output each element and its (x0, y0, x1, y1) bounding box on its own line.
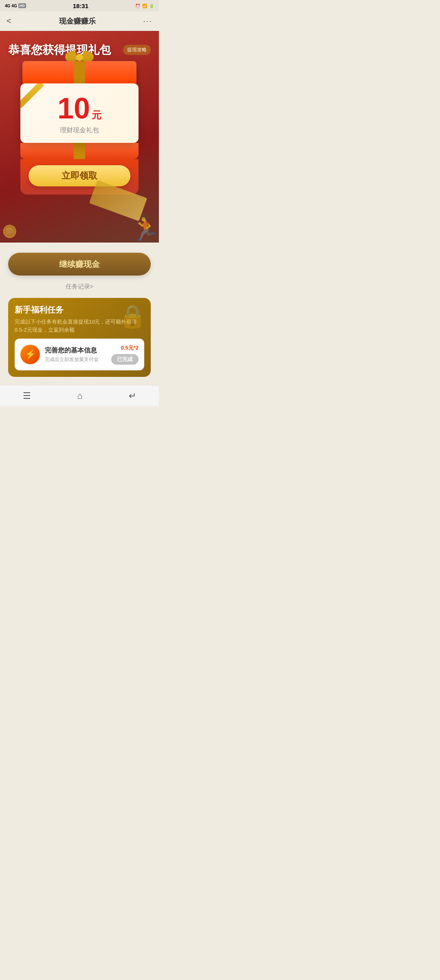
home-icon[interactable]: ⌂ (77, 391, 82, 401)
signal-4g-1: 4G (5, 4, 10, 8)
status-bar: 4G 4G HD 18:31 ⏰ 📶 🔋 (0, 0, 159, 11)
alarm-icon: ⏰ (135, 4, 140, 8)
ribbon-vertical-lid (74, 61, 85, 83)
gift-desc: 理财现金礼包 (29, 126, 130, 135)
gift-amount: 10 (57, 94, 90, 123)
claim-button[interactable]: 立即领取 (29, 165, 130, 186)
back-nav-icon[interactable]: ↵ (129, 391, 136, 401)
bow-center (76, 54, 83, 61)
deco-coins-icon: 🪙 (2, 224, 17, 238)
continue-button[interactable]: 继续赚现金 (8, 253, 151, 276)
gift-card: 10 元 理财现金礼包 (20, 83, 139, 143)
tixian-button[interactable]: 提现攻略 (123, 45, 151, 55)
newbie-section: 新手福利任务 完成以下小任务有机会直接提现10元，还可额外获得0.5-2元现金，… (8, 298, 151, 377)
gift-box-bottom (20, 143, 139, 159)
ribbon-diagonal-decor (20, 83, 53, 116)
congrats-text: 恭喜您获得提现礼包 (8, 43, 111, 57)
task-info: 完善您的基本信息 完成后立刻发放翼支付金 (45, 346, 106, 363)
gift-lid (22, 61, 136, 83)
hd-badge: HD (18, 3, 26, 8)
newbie-lock-icon: 🔒 (118, 302, 147, 330)
status-time: 18:31 (73, 2, 88, 9)
back-button[interactable]: < (7, 16, 11, 26)
status-right: ⏰ 📶 🔋 (135, 4, 154, 8)
wifi-icon: 📶 (142, 4, 147, 8)
bottom-nav: ☰ ⌂ ↵ (0, 385, 159, 406)
gift-unit: 元 (92, 109, 101, 122)
task-lightning-icon: ⚡ (25, 349, 36, 360)
task-item: ⚡ 完善您的基本信息 完成后立刻发放翼支付金 0.5元*2 已完成 (15, 339, 144, 370)
task-right: 0.5元*2 已完成 (111, 344, 139, 365)
task-record-link[interactable]: 任务记录> (8, 283, 151, 291)
task-reward: 0.5元*2 (121, 344, 139, 352)
content-area: 继续赚现金 任务记录> 新手福利任务 完成以下小任务有机会直接提现10元，还可额… (0, 253, 159, 377)
gift-box-container: 10 元 理财现金礼包 立即领取 (18, 61, 141, 195)
hero-section: 现金赚赚乐 恭喜您获得提现礼包 提现攻略 10 元 理财现金礼包 (0, 31, 159, 243)
task-name: 完善您的基本信息 (45, 346, 106, 355)
page-title: 现金赚赚乐 (59, 16, 96, 26)
ribbon-vertical-bottom (74, 143, 85, 159)
more-button[interactable]: ··· (143, 16, 152, 26)
menu-icon[interactable]: ☰ (23, 391, 31, 401)
task-icon-wrap: ⚡ (20, 345, 40, 364)
status-left: 4G 4G HD (5, 3, 26, 8)
task-sub: 完成后立刻发放翼支付金 (45, 356, 106, 363)
battery-icon: 🔋 (149, 4, 154, 8)
task-done-button[interactable]: 已完成 (111, 354, 139, 365)
signal-4g-2: 4G (11, 4, 17, 8)
nav-bar: < 现金赚赚乐 ··· (0, 11, 159, 31)
